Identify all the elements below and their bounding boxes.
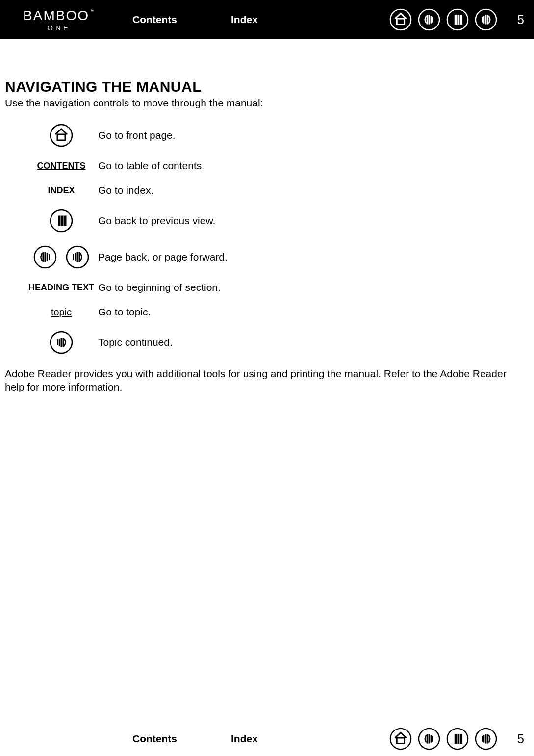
legend-row-heading: HEADING TEXT Go to beginning of section.	[25, 282, 522, 293]
nav-contents-link[interactable]: Contents	[132, 733, 177, 745]
legend-desc: Go to table of contents.	[98, 160, 204, 172]
header-icon-strip	[389, 8, 497, 31]
home-icon[interactable]	[389, 8, 412, 31]
legend-row-continued: Topic continued.	[25, 331, 522, 354]
legend-desc: Go back to previous view.	[98, 215, 215, 227]
page-back-icon[interactable]	[418, 8, 440, 31]
legend-row-index: INDEX Go to index.	[25, 184, 522, 196]
legend-row-topic: topic Go to topic.	[25, 306, 522, 318]
legend-row-prev-view: Go back to previous view.	[25, 209, 522, 233]
topic-link[interactable]: topic	[51, 307, 72, 318]
legend-desc: Go to beginning of section.	[98, 282, 221, 293]
header-bar: BAMBOO™ ONE Contents Index 5	[0, 0, 534, 39]
legend-row-home: Go to front page.	[25, 124, 522, 147]
nav-index-link[interactable]: Index	[231, 14, 258, 26]
page-intro: Use the navigation controls to move thro…	[5, 97, 522, 109]
brand-sub: ONE	[47, 24, 71, 32]
page-back-icon[interactable]	[33, 245, 57, 269]
previous-view-icon[interactable]	[446, 8, 469, 31]
home-icon[interactable]	[389, 728, 412, 750]
page-title: NAVIGATING THE MANUAL	[5, 78, 522, 95]
legend-row-contents: CONTENTS Go to table of contents.	[25, 160, 522, 172]
header-nav-links: Contents Index	[132, 14, 258, 26]
page-back-icon[interactable]	[418, 728, 440, 750]
heading-text-link[interactable]: HEADING TEXT	[28, 283, 94, 293]
legend-desc: Page back, or page forward.	[98, 251, 228, 263]
legend-desc: Go to topic.	[98, 306, 151, 318]
nav-contents-link[interactable]: Contents	[132, 14, 177, 26]
page-content: NAVIGATING THE MANUAL Use the navigation…	[0, 39, 534, 394]
page-forward-icon[interactable]	[475, 8, 497, 31]
page-number-bottom: 5	[509, 731, 524, 747]
nav-index-link[interactable]: Index	[231, 733, 258, 745]
legend-rows: Go to front page. CONTENTS Go to table o…	[25, 124, 522, 354]
previous-view-icon[interactable]	[446, 728, 469, 750]
brand-tm: ™	[90, 9, 96, 14]
contents-link[interactable]: CONTENTS	[37, 161, 86, 171]
index-link[interactable]: INDEX	[48, 185, 75, 196]
footer-nav-links: Contents Index	[132, 733, 258, 745]
footer-icon-strip	[389, 728, 497, 750]
topic-continued-icon[interactable]	[50, 331, 73, 354]
brand-name: BAMBOO	[23, 8, 89, 23]
footer-paragraph: Adobe Reader provides you with additiona…	[5, 367, 522, 394]
previous-view-icon[interactable]	[50, 209, 73, 233]
legend-row-page-nav: Page back, or page forward.	[25, 245, 522, 269]
brand-logo: BAMBOO™ ONE	[10, 8, 108, 32]
home-icon[interactable]	[50, 124, 73, 147]
legend-desc: Go to index.	[98, 184, 153, 196]
page-number-top: 5	[509, 12, 524, 27]
legend-desc: Topic continued.	[98, 337, 173, 348]
legend-desc: Go to front page.	[98, 130, 176, 141]
page-forward-icon[interactable]	[475, 728, 497, 750]
footer-bar: BAMBOO™ ONE Contents Index 5	[0, 722, 534, 756]
page-forward-icon[interactable]	[66, 245, 89, 269]
